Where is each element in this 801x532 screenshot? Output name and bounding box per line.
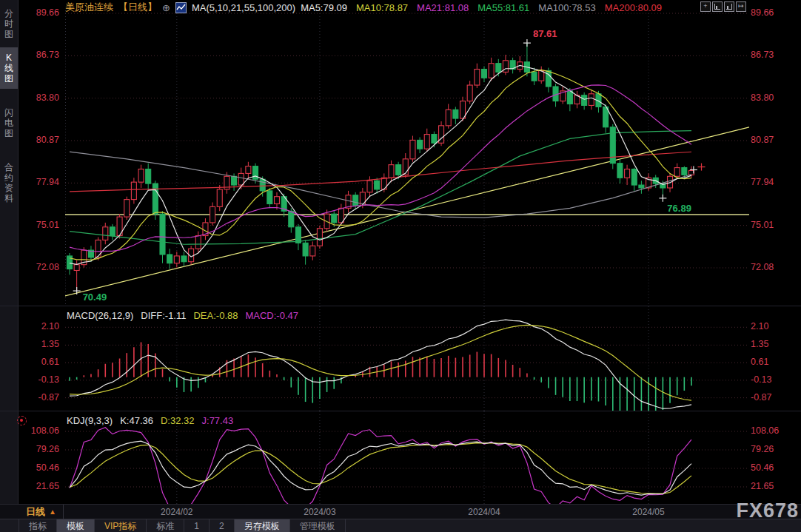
ma-value: MA200:80.09 [605,2,662,13]
price-axis-label-left: 2.10 [0,321,59,332]
pane-right-axis-icon[interactable] [724,1,734,12]
period-selector-button[interactable]: 日线 ▲ [19,505,64,519]
indicator-settings-icon[interactable] [17,416,27,425]
chevron-up-icon: ▲ [49,508,56,516]
period-selector-label: 日线 [26,505,45,519]
x-axis-month-label: 2024/04 [462,507,506,517]
ma-value: MA100:78.53 [538,2,595,13]
add-indicator-icon[interactable]: ⊕ [162,2,170,13]
x-axis-month-label: 2024/05 [626,507,671,517]
price-axis-label-right: 50.46 [751,462,795,474]
panel-divider [0,411,801,411]
macd-hist-value: MACD:-0.47 [245,310,298,321]
price-axis-label-left: -0.87 [0,392,59,403]
pane-left-axis-icon[interactable] [712,1,723,12]
price-axis-label-right: -0.13 [751,374,795,385]
macd-dea-value: DEA:-0.88 [193,310,238,321]
macd-header: MACD(26,12,9) DIFF:-1.11 DEA:-0.88 MACD:… [67,310,298,321]
chart-toolbar-icons: +↦ [700,1,746,12]
ma-value: MA55:81.61 [477,2,529,13]
collapse-panel-icon[interactable]: ↦ [736,1,746,12]
price-axis-label-right: 80.87 [751,135,795,146]
price-axis-label-right: 77.94 [751,177,795,188]
price-axis-label-left: 77.94 [0,177,59,188]
price-axis-label-left: 1.35 [0,339,59,350]
bottom-toolbar: 指标模板VIP指标标准12另存模板管理模板 [0,519,801,532]
svg-text:76.89: 76.89 [667,203,691,214]
kdj-d-value: D:32.32 [161,415,195,426]
price-axis-label-left: 108.06 [0,425,59,437]
price-axis-label-right: 79.26 [751,444,795,455]
svg-text:87.61: 87.61 [533,28,557,39]
price-axis-label-right: -0.87 [751,392,795,403]
price-axis-label-right: 89.66 [751,7,795,18]
ma-settings-label: MA(5,10,21,55,100,200) [192,2,295,13]
price-axis-label-right: 21.65 [751,481,795,492]
price-axis-label-right: 86.73 [751,50,795,61]
price-axis-label-left: 79.26 [0,444,59,455]
toolbar-item-指标[interactable]: 指标 [19,519,57,532]
kdj-j-value: J:77.43 [202,415,234,426]
panel-divider [0,306,801,306]
ma-value: MA10:78.87 [356,2,408,13]
chart-header: 美原油连续 【日线】 ⊕ MA(5,10,21,55,100,200) MA5:… [65,1,662,14]
toolbar-item-管理模板[interactable]: 管理模板 [290,519,346,532]
price-axis-label-right: 75.01 [751,220,795,231]
price-axis-label-right: 2.10 [751,321,795,332]
price-axis-label-left: 50.46 [0,462,59,474]
ma-values: MA5:79.09MA10:78.87MA21:81.08MA55:81.61M… [301,2,662,13]
period-label: 【日线】 [118,1,157,14]
fx678-watermark: FX678 [736,499,799,522]
toolbar-item-2[interactable]: 2 [210,519,235,532]
toolbar-item-模板[interactable]: 模板 [57,519,95,532]
svg-text:70.49: 70.49 [83,292,107,303]
ma-value: MA5:79.09 [301,2,347,13]
price-axis-label-left: 86.73 [0,50,59,61]
kdj-header: KDJ(9,3,3) K:47.36 D:32.32 J:77.43 [67,415,233,426]
price-axis-label-left: 0.61 [0,357,59,368]
sidebar-item-label: 闪电图 [4,107,14,138]
toolbar-item-1[interactable]: 1 [184,519,210,532]
price-axis-label-right: 108.06 [751,425,795,437]
price-axis-label-left: 89.66 [0,7,59,18]
chart-application: 分时图K线图闪电图合约资料 美原油连续 【日线】 ⊕ MA(5,10,21,55… [0,0,801,532]
toolbar-item-另存模板[interactable]: 另存模板 [235,519,290,532]
kdj-k-value: K:47.36 [120,415,153,426]
instrument-title: 美原油连续 [65,1,113,14]
price-axis-label-left: 72.08 [0,262,59,273]
price-axis-label-left: -0.13 [0,374,59,385]
price-axis-label-left: 83.80 [0,92,59,104]
kdj-title: KDJ(9,3,3) [67,415,113,426]
price-axis-label-right: 72.08 [751,262,795,273]
price-axis-label-right: 83.80 [751,92,795,104]
macd-title: MACD(26,12,9) [67,310,133,321]
ma-value: MA21:81.08 [417,2,469,13]
toolbar-item-标准[interactable]: 标准 [147,519,184,532]
x-axis-month-label: 2024/02 [155,507,199,517]
price-axis-label-left: 75.01 [0,220,59,231]
macd-diff-value: DIFF:-1.11 [141,310,186,321]
price-axis-label-right: 1.35 [751,339,795,350]
chart-type-icon[interactable] [175,2,187,13]
toolbar-spacer [0,519,19,532]
move-icon[interactable]: + [700,1,711,12]
toolbar-item-VIP指标[interactable]: VIP指标 [95,519,147,532]
price-axis-label-left: 80.87 [0,135,59,146]
time-axis-row: 日线 ▲ 2024/022024/032024/042024/05 [0,504,801,519]
macd-panel[interactable] [65,306,749,411]
main-candlestick-chart[interactable]: 87.6176.8970.49 [65,10,749,306]
price-axis-label-right: 0.61 [751,357,795,368]
price-axis-label-left: 21.65 [0,481,59,492]
x-axis-month-label: 2024/03 [298,507,342,517]
